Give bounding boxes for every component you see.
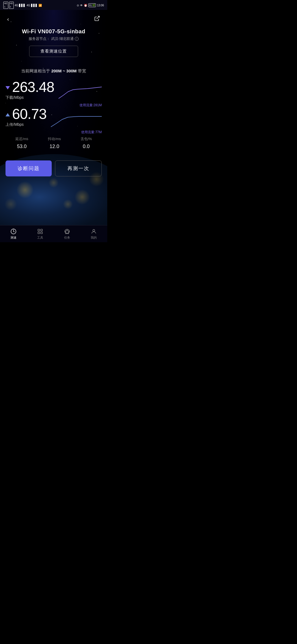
summary-range: 200M ~ 300M [51, 69, 76, 73]
download-unit: 下载/Mbps [6, 95, 54, 100]
upload-indicator: 60.73 [6, 107, 46, 121]
svg-rect-6 [41, 232, 42, 233]
nav-tools-label: 工具 [37, 236, 43, 240]
upload-section: 60.73 上传/Mbps 使用流量:77M [6, 107, 102, 128]
server-prefix: 服务器节点： [29, 36, 50, 41]
nav-tasks-icon [64, 228, 70, 235]
status-left: HD1 HD2 4G ▋▋▋ 4G ▋▋▋ 📶 [3, 2, 42, 9]
svg-point-9 [93, 229, 95, 231]
info-icon[interactable]: i [75, 37, 79, 41]
upload-value-block: 60.73 上传/Mbps [6, 107, 46, 127]
svg-rect-5 [38, 232, 40, 233]
server-info: 服务器节点： 武汉-湖北联通 i [6, 36, 102, 41]
download-speed: 263.48 [12, 80, 54, 94]
nav-mine-label: 我的 [91, 236, 97, 240]
upload-speed: 60.73 [12, 107, 46, 121]
nav-tools-icon [37, 228, 43, 235]
diagnose-button[interactable]: 诊断问题 [6, 160, 52, 176]
download-arrow-icon [6, 86, 10, 89]
signal-bars-2: ▋▋▋ [31, 4, 38, 7]
wifi-icon: 📶 [38, 4, 42, 7]
packetloss-label: 丢包/% [81, 137, 92, 141]
nav-tasks[interactable]: 任务 [59, 227, 75, 241]
speed-summary: 当前网速相当于 200M ~ 300M 带宽 [6, 68, 102, 74]
stats-row: 延迟/ms 53.0 抖动/ms 12.0 丢包/% 0.0 [6, 134, 102, 152]
latency-value: 53.0 [17, 144, 27, 149]
packetloss-stat: 丢包/% 0.0 [81, 137, 92, 149]
packetloss-value: 0.0 [83, 144, 90, 149]
app-header: ‹ [0, 10, 107, 28]
status-right: ⊙ 👁 ⏰ 81 🌿 13:06 [77, 3, 104, 7]
nav-mine[interactable]: 我的 [86, 227, 101, 241]
download-value-block: 263.48 下载/Mbps [6, 80, 54, 100]
signal-4g-1: 4G [15, 4, 18, 7]
svg-rect-4 [41, 229, 42, 231]
clock: 13:06 [97, 4, 104, 7]
download-indicator: 263.48 [6, 80, 54, 94]
latency-stat: 延迟/ms 53.0 [15, 137, 28, 149]
wifi-name: Wi-Fi VN007-5G-sinbad [6, 28, 102, 35]
main-content: Wi-Fi VN007-5G-sinbad 服务器节点： 武汉-湖北联通 i 查… [0, 28, 107, 176]
back-button[interactable]: ‹ [6, 14, 11, 24]
upload-traffic: 使用流量:77M [51, 130, 102, 135]
eye-icon: 👁 [80, 4, 83, 7]
svg-rect-3 [38, 229, 40, 231]
jitter-stat: 抖动/ms 12.0 [48, 137, 61, 149]
battery-symbol: 🌿 [92, 4, 95, 7]
location-button[interactable]: 查看测速位置 [29, 46, 78, 57]
status-bar: HD1 HD2 4G ▋▋▋ 4G ▋▋▋ 📶 ⊙ 👁 ⏰ 81 🌿 13:06 [0, 0, 107, 10]
signal-bars-1: ▋▋▋ [19, 4, 26, 7]
summary-prefix: 当前网速相当于 [21, 69, 50, 73]
latency-label: 延迟/ms [15, 137, 28, 141]
upload-chart: 使用流量:77M [51, 109, 102, 128]
nav-tasks-label: 任务 [64, 236, 70, 240]
download-section: 263.48 下载/Mbps 使用流量:281M [6, 80, 102, 101]
action-buttons: 诊断问题 再测一次 [6, 160, 102, 176]
jitter-label: 抖动/ms [48, 137, 61, 141]
brightness-icon: ⊙ [77, 4, 79, 7]
signal-4g-2: 4G [26, 4, 30, 7]
hd1-badge: HD1 [3, 2, 8, 9]
hd2-badge: HD2 [9, 2, 14, 9]
download-traffic: 使用流量:281M [59, 103, 102, 108]
svg-line-0 [97, 16, 99, 19]
summary-suffix: 带宽 [78, 69, 86, 73]
server-name: 武汉-湖北联通 [51, 36, 74, 41]
upload-arrow-icon [6, 113, 10, 116]
nav-speed-icon [10, 228, 17, 235]
download-chart: 使用流量:281M [59, 82, 102, 101]
battery-level: 81 [89, 4, 92, 7]
nav-tools[interactable]: 工具 [32, 227, 48, 241]
share-button[interactable] [92, 14, 102, 24]
upload-unit: 上传/Mbps [6, 122, 46, 127]
nav-speed-label: 测速 [10, 236, 16, 240]
nav-bar: 测速 工具 [0, 225, 107, 242]
nav-mine-icon [90, 228, 97, 235]
battery-indicator: 81 🌿 [88, 3, 96, 7]
app-background: ‹ Wi-Fi VN007-5G-sinbad 服务器节点： 武汉-湖北联通 i… [0, 10, 107, 242]
retest-button[interactable]: 再测一次 [55, 160, 102, 176]
alarm-icon: ⏰ [84, 4, 87, 7]
jitter-value: 12.0 [50, 144, 59, 149]
nav-speed[interactable]: 测速 [6, 227, 21, 241]
